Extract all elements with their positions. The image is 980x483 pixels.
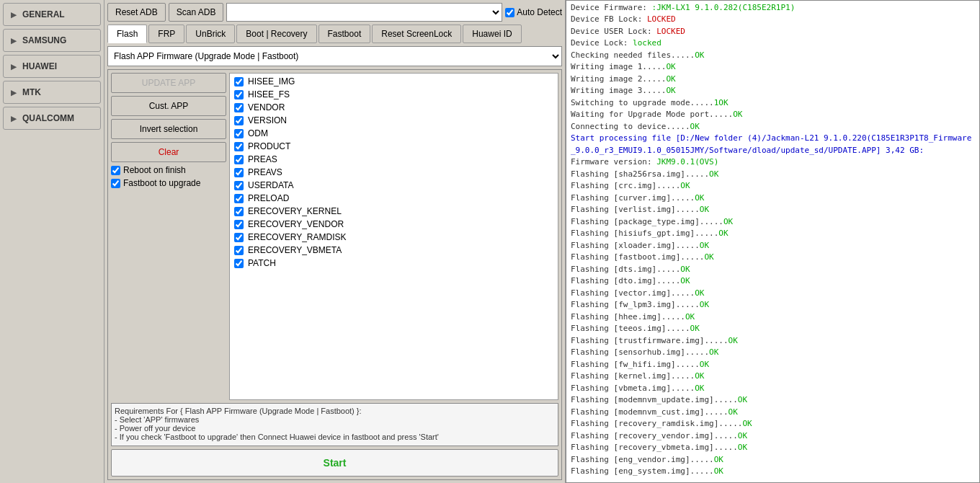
log-prefix: Flashing [recovery_vendor.img]..... (571, 431, 738, 440)
tab-huawei-id[interactable]: Huawei ID (463, 25, 521, 43)
log-prefix: Checking needed files..... (571, 50, 695, 60)
log-line: Flashing [eng_vendor.img].....OK (571, 454, 975, 466)
log-prefix: Device Firmware: (571, 3, 652, 12)
log-line: Flashing [fw_lpm3.img].....OK (571, 299, 975, 311)
file-name-label: PREAS (248, 154, 277, 164)
file-checkbox-erecovery_ramdisk[interactable] (234, 233, 244, 242)
start-button[interactable]: Start (111, 449, 558, 477)
requirement-line: - Power off your device (115, 424, 555, 433)
log-prefix: Flashing [recovery_vbmeta.img]..... (571, 443, 738, 452)
log-line: Flashing [vector.img].....OK (571, 288, 975, 300)
file-name-label: VENDOR (248, 102, 285, 112)
log-path-text: Start processing file [D:/New folder (4)… (571, 133, 971, 155)
list-item: PRELOAD (231, 192, 556, 205)
file-name-label: VERSION (248, 115, 287, 125)
invert-selection-button[interactable]: Invert selection (111, 119, 226, 139)
sidebar-item-mtk[interactable]: ▶MTK (3, 81, 101, 104)
log-panel: Checking fastboot device.....OKReading i… (566, 0, 980, 483)
log-line: Flashing [dto.img].....OK (571, 275, 975, 288)
log-ok-value: OK (680, 181, 690, 190)
log-prefix: Device USER Lock: (571, 27, 656, 36)
log-line: Device USER Lock: LOCKED (571, 26, 975, 38)
file-checkbox-erecovery_vbmeta[interactable] (234, 246, 244, 255)
log-locked-value: LOCKED (656, 27, 685, 36)
reset-adb-button[interactable]: Reset ADB (107, 3, 166, 22)
file-checkbox-version[interactable] (234, 116, 244, 125)
file-name-label: PRODUCT (248, 141, 290, 151)
tab-frp[interactable]: FRP (148, 25, 184, 43)
cust-app-button[interactable]: Cust. APP (111, 96, 226, 116)
log-prefix: Flashing [modemnvm_cust.img]..... (571, 407, 729, 417)
reboot-on-finish-checkbox[interactable] (111, 166, 120, 175)
left-panel: UPDATE APP Cust. APP Invert selection Cl… (111, 73, 226, 400)
scan-adb-button[interactable]: Scan ADB (169, 3, 224, 22)
log-prefix: Flashing [fw_hifi.img]..... (571, 360, 700, 369)
device-dropdown[interactable] (226, 3, 502, 22)
file-name-label: PREAVS (248, 167, 282, 177)
log-ok-value: OK (729, 336, 738, 345)
file-checkbox-preload[interactable] (234, 194, 244, 203)
log-locked-value: LOCKED (647, 14, 676, 24)
log-line: Switching to upgrade mode.....1OK (571, 97, 975, 110)
auto-detect-checkbox[interactable] (505, 8, 514, 17)
sidebar-item-qualcomm[interactable]: ▶QUALCOMM (3, 107, 101, 130)
file-checkbox-userdata[interactable] (234, 181, 244, 190)
log-ok-value: OK (733, 110, 742, 119)
log-line: Flashing [fw_hifi.img].....OK (571, 359, 975, 371)
log-prefix: Flashing [trustfirmware.img]..... (571, 336, 729, 345)
log-line: Writing image 1.....OK (571, 61, 975, 74)
flash-mode-select[interactable]: Flash APP Firmware (Upgrade Mode | Fastb… (107, 46, 562, 66)
sidebar-item-general[interactable]: ▶GENERAL (3, 3, 101, 26)
sidebar-item-huawei[interactable]: ▶HUAWEI (3, 55, 101, 78)
sidebar: ▶GENERAL▶SAMSUNG▶HUAWEI▶MTK▶QUALCOMM (0, 0, 104, 483)
file-checkbox-preavs[interactable] (234, 168, 244, 177)
update-app-button[interactable]: UPDATE APP (111, 73, 226, 93)
file-name-label: ERECOVERY_RAMDISK (248, 232, 346, 242)
log-prefix: Flashing [eng_vendor.img]..... (571, 455, 714, 464)
arrow-icon: ▶ (11, 115, 17, 123)
sidebar-item-samsung[interactable]: ▶SAMSUNG (3, 29, 101, 52)
fastboot-to-upgrade-checkbox[interactable] (111, 179, 120, 188)
tab-boot---recovery[interactable]: Boot | Recovery (236, 25, 316, 43)
log-line: Flashing [hisiufs_gpt.img].....OK (571, 228, 975, 240)
fastboot-to-upgrade-row: Fastboot to upgrade (111, 178, 226, 188)
list-item: ERECOVERY_RAMDISK (231, 231, 556, 244)
log-line: Flashing [crc.img].....OK (571, 180, 975, 192)
log-ok-value: OK (680, 276, 690, 285)
list-item: ERECOVERY_VENDOR (231, 218, 556, 231)
list-item: VERSION (231, 114, 556, 127)
reboot-on-finish-label: Reboot on finish (123, 165, 186, 175)
tab-reset-screenlock[interactable]: Reset ScreenLock (372, 25, 461, 43)
log-line: Checking needed files.....OK (571, 50, 975, 62)
log-ok-value: OK (714, 466, 723, 476)
log-prefix: Writing image 1..... (571, 62, 666, 71)
clear-button[interactable]: Clear (111, 142, 226, 162)
file-name-label: ERECOVERY_VENDOR (248, 219, 344, 229)
log-ok-value: OK (738, 443, 747, 452)
file-checkbox-odm[interactable] (234, 129, 244, 138)
tab-fastboot[interactable]: Fastboot (318, 25, 371, 43)
requirement-line: Requirements For { Flash APP Firmware (U… (115, 407, 555, 415)
panel-frame: UPDATE APP Cust. APP Invert selection Cl… (107, 69, 562, 480)
file-checkbox-product[interactable] (234, 142, 244, 151)
tab-unbrick[interactable]: UnBrick (186, 25, 235, 43)
log-prefix: Flashing [package_type.img]..... (571, 217, 723, 226)
log-line: Flashing [xloader.img].....OK (571, 240, 975, 252)
file-checkbox-erecovery_vendor[interactable] (234, 220, 244, 229)
log-ok-value: :JKM-LX1 9.1.0.282(C185E2R1P1) (652, 3, 796, 12)
file-checkbox-hisee_img[interactable] (234, 77, 244, 87)
file-checkbox-preas[interactable] (234, 155, 244, 164)
log-line: Flashing [recovery_ramdisk.img].....OK (571, 418, 975, 430)
log-ok-value: OK (718, 229, 728, 238)
tab-flash[interactable]: Flash (107, 25, 147, 43)
log-line: Flashing [recovery_vendor.img].....OK (571, 430, 975, 443)
file-checkbox-vendor[interactable] (234, 103, 244, 112)
file-checkbox-patch[interactable] (234, 259, 244, 268)
log-line: Waiting for Upgrade Mode port.....OK (571, 109, 975, 121)
log-prefix: Flashing [crc.img]..... (571, 181, 680, 190)
file-checkbox-erecovery_kernel[interactable] (234, 207, 244, 216)
log-line: Flashing [kernel.img].....OK (571, 371, 975, 383)
file-checkbox-hisee_fs[interactable] (234, 90, 244, 99)
list-item: VENDOR (231, 101, 556, 114)
fastboot-to-upgrade-label: Fastboot to upgrade (123, 178, 200, 188)
